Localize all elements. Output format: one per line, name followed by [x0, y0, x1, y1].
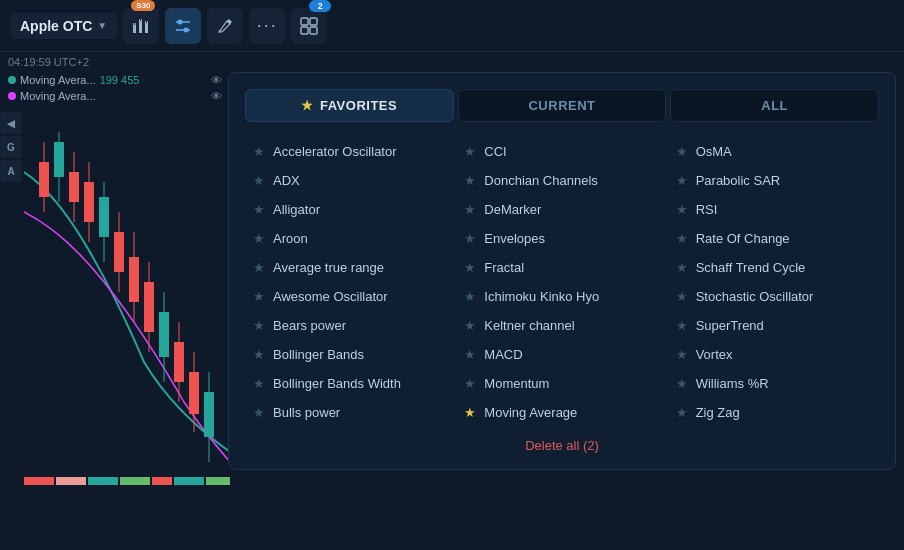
- favorite-star-icon[interactable]: ★: [464, 144, 476, 159]
- sidebar-arrow[interactable]: ◀: [0, 112, 22, 134]
- favorite-star-icon[interactable]: ★: [676, 318, 688, 333]
- ma2-label: Moving Avera... 👁: [0, 88, 230, 104]
- s30-badge: S30: [131, 0, 155, 11]
- favorite-star-icon[interactable]: ★: [253, 318, 265, 333]
- favorite-star-icon[interactable]: ★: [676, 231, 688, 246]
- favorite-star-icon[interactable]: ★: [253, 144, 265, 159]
- tab-all[interactable]: ALL: [670, 89, 879, 122]
- tab-current[interactable]: CURRENT: [458, 89, 667, 122]
- indicator-name: Aroon: [273, 231, 308, 246]
- list-item[interactable]: ★Donchian Channels: [456, 167, 667, 194]
- tab-favorites[interactable]: ★FAVORITES: [245, 89, 454, 122]
- svg-rect-6: [145, 23, 148, 33]
- list-item[interactable]: ★Vortex: [668, 341, 879, 368]
- favorite-star-icon[interactable]: ★: [464, 347, 476, 362]
- list-item[interactable]: ★Fractal: [456, 254, 667, 281]
- list-item[interactable]: ★Zig Zag: [668, 399, 879, 426]
- favorite-star-icon[interactable]: ★: [253, 173, 265, 188]
- sidebar-a[interactable]: A: [0, 160, 22, 182]
- list-item[interactable]: ★ADX: [245, 167, 456, 194]
- list-item[interactable]: ★Bears power: [245, 312, 456, 339]
- favorite-star-icon[interactable]: ★: [676, 347, 688, 362]
- favorite-star-icon[interactable]: ★: [253, 376, 265, 391]
- indicator-name: Alligator: [273, 202, 320, 217]
- favorite-star-icon[interactable]: ★: [253, 260, 265, 275]
- favorite-star-icon[interactable]: ★: [464, 405, 476, 420]
- list-item[interactable]: ★Aroon: [245, 225, 456, 252]
- indicator-name: Schaff Trend Cycle: [696, 260, 806, 275]
- favorite-star-icon[interactable]: ★: [464, 231, 476, 246]
- sidebar-letters: ◀ G A: [0, 112, 24, 182]
- list-item[interactable]: ★OsMA: [668, 138, 879, 165]
- indicator-name: Vortex: [696, 347, 733, 362]
- svg-rect-15: [301, 27, 308, 34]
- list-item[interactable]: ★Bollinger Bands Width: [245, 370, 456, 397]
- favorite-star-icon[interactable]: ★: [253, 202, 265, 217]
- favorite-star-icon[interactable]: ★: [464, 289, 476, 304]
- list-item[interactable]: ★Schaff Trend Cycle: [668, 254, 879, 281]
- list-item[interactable]: ★Bulls power: [245, 399, 456, 426]
- favorite-star-icon[interactable]: ★: [676, 376, 688, 391]
- list-item[interactable]: ★Stochastic Oscillator: [668, 283, 879, 310]
- list-item[interactable]: ★Bollinger Bands: [245, 341, 456, 368]
- list-item[interactable]: ★Awesome Oscillator: [245, 283, 456, 310]
- list-item[interactable]: ★Moving Average: [456, 399, 667, 426]
- favorite-star-icon[interactable]: ★: [464, 376, 476, 391]
- favorite-star-icon[interactable]: ★: [676, 405, 688, 420]
- list-item[interactable]: ★DeMarker: [456, 196, 667, 223]
- ma2-eye-icon[interactable]: 👁: [211, 90, 222, 102]
- svg-rect-24: [84, 182, 94, 222]
- list-item[interactable]: ★Ichimoku Kinko Hyo: [456, 283, 667, 310]
- favorite-star-icon[interactable]: ★: [253, 347, 265, 362]
- indicator-name: Envelopes: [484, 231, 545, 246]
- asset-selector[interactable]: Apple OTC ▼: [10, 13, 117, 39]
- draw-button[interactable]: [207, 8, 243, 44]
- list-item[interactable]: ★CCI: [456, 138, 667, 165]
- delete-all-button[interactable]: Delete all (2): [245, 438, 879, 453]
- favorite-star-icon[interactable]: ★: [676, 202, 688, 217]
- list-item[interactable]: ★Envelopes: [456, 225, 667, 252]
- favorite-star-icon[interactable]: ★: [676, 144, 688, 159]
- favorite-star-icon[interactable]: ★: [676, 173, 688, 188]
- indicator-name: Moving Average: [484, 405, 577, 420]
- layout-button[interactable]: [291, 8, 327, 44]
- list-item[interactable]: ★Williams %R: [668, 370, 879, 397]
- list-item[interactable]: ★MACD: [456, 341, 667, 368]
- ma1-value: 199 455: [100, 74, 140, 86]
- svg-rect-34: [159, 312, 169, 357]
- list-item[interactable]: ★Momentum: [456, 370, 667, 397]
- chart-type-button[interactable]: [123, 8, 159, 44]
- count-badge: 2: [309, 0, 331, 12]
- ma1-eye-icon[interactable]: 👁: [211, 74, 222, 86]
- favorite-star-icon[interactable]: ★: [253, 289, 265, 304]
- ma2-dot: [8, 92, 16, 100]
- favorite-star-icon[interactable]: ★: [464, 260, 476, 275]
- indicator-name: Momentum: [484, 376, 549, 391]
- favorite-star-icon[interactable]: ★: [676, 289, 688, 304]
- list-item[interactable]: ★Parabolic SAR: [668, 167, 879, 194]
- svg-rect-14: [310, 18, 317, 25]
- list-item[interactable]: ★Keltner channel: [456, 312, 667, 339]
- list-item[interactable]: ★Alligator: [245, 196, 456, 223]
- list-item[interactable]: ★Average true range: [245, 254, 456, 281]
- svg-rect-36: [174, 342, 184, 382]
- sidebar-g[interactable]: G: [0, 136, 22, 158]
- indicator-tabs: ★FAVORITES CURRENT ALL: [245, 89, 879, 122]
- favorite-star-icon[interactable]: ★: [464, 202, 476, 217]
- list-item[interactable]: ★Accelerator Oscillator: [245, 138, 456, 165]
- more-button[interactable]: ···: [249, 8, 285, 44]
- list-item[interactable]: ★RSI: [668, 196, 879, 223]
- favorite-star-icon[interactable]: ★: [464, 173, 476, 188]
- favorite-star-icon[interactable]: ★: [253, 405, 265, 420]
- svg-rect-22: [69, 172, 79, 202]
- indicator-panel: ★FAVORITES CURRENT ALL ★Accelerator Osci…: [228, 72, 896, 470]
- indicator-name: OsMA: [696, 144, 732, 159]
- list-item[interactable]: ★Rate Of Change: [668, 225, 879, 252]
- favorite-star-icon[interactable]: ★: [253, 231, 265, 246]
- list-item[interactable]: ★SuperTrend: [668, 312, 879, 339]
- favorite-star-icon[interactable]: ★: [464, 318, 476, 333]
- indicators-button[interactable]: [165, 8, 201, 44]
- favorite-star-icon[interactable]: ★: [676, 260, 688, 275]
- indicator-name: Zig Zag: [696, 405, 740, 420]
- svg-rect-2: [135, 23, 136, 25]
